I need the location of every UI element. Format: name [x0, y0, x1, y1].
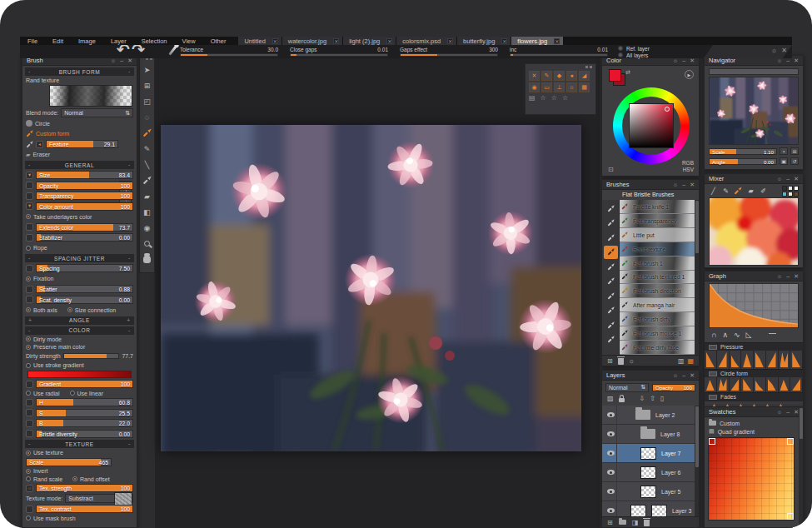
curve-preset[interactable] [779, 351, 791, 369]
close-tab-icon[interactable]: ✕ [501, 38, 507, 44]
gradient-tool[interactable]: ◧ [140, 204, 154, 220]
radio-icon[interactable] [26, 345, 31, 350]
extends-color-slider[interactable]: Extends color73.7 [36, 223, 133, 232]
lasso-select-tool[interactable]: ◌ [140, 109, 154, 125]
pencil-tool[interactable]: ✎ [140, 141, 154, 157]
zoom-100-button[interactable]: ▪ [780, 147, 788, 155]
gaps-effect-slider[interactable]: Gaps effect300 [400, 47, 498, 57]
fades-group-header[interactable]: Fades [705, 392, 803, 401]
move-tool[interactable]: ➤ [140, 62, 154, 77]
scrollbar[interactable] [695, 200, 699, 355]
tab-untitled[interactable]: Untitled✕ [238, 37, 281, 45]
minimize-icon[interactable]: – [682, 371, 685, 380]
radio-icon[interactable] [26, 336, 31, 341]
toggle-dot[interactable] [618, 52, 623, 57]
window-close-icon[interactable]: ✕ [781, 47, 787, 54]
gear-icon[interactable]: ☼ [629, 357, 635, 365]
mixer-eyedropper-tool[interactable]: ✐ [759, 187, 768, 195]
size-connection-option[interactable]: Size connection [75, 307, 116, 313]
mixer-swatch-grid[interactable] [782, 186, 799, 197]
mixer-pencil-tool[interactable]: ✎ [721, 187, 730, 195]
new-group-icon[interactable] [619, 520, 626, 525]
hammer-set-icon[interactable]: ⊥ [554, 82, 565, 92]
mixer-canvas[interactable] [709, 197, 799, 266]
notes-icon[interactable]: ▤ [529, 94, 536, 102]
pressure-link-icon[interactable] [26, 286, 33, 293]
mixer-brush-tool[interactable] [734, 187, 743, 195]
menu-view[interactable]: View [175, 37, 203, 45]
zoom-tool[interactable] [140, 236, 154, 252]
use-linear-option[interactable]: Use linear [77, 391, 104, 396]
blob-set-icon[interactable]: ● [566, 71, 577, 81]
gradient-corner-marker[interactable] [709, 438, 715, 445]
close-icon[interactable]: ✕ [794, 272, 799, 281]
visibility-eye-icon[interactable] [607, 431, 615, 436]
pressure-link-icon[interactable] [26, 381, 33, 388]
gear-icon[interactable]: ☼ [673, 371, 678, 380]
pressure-link-icon[interactable] [26, 506, 33, 513]
size-slider[interactable]: Size83.4 [36, 171, 133, 179]
radio-icon[interactable] [26, 276, 31, 281]
brush-list-item[interactable]: Flat brush 1 [620, 257, 695, 271]
use-stroke-gradient-option[interactable]: Use stroke gradient [26, 362, 133, 369]
brush-list-item[interactable]: Palette knife 1 [620, 200, 695, 214]
curve-preset[interactable] [754, 351, 766, 369]
quad-gradient-swatch-grid[interactable] [708, 437, 795, 521]
take-underlayers-option[interactable]: Take underlayers color [26, 212, 133, 222]
minimize-icon[interactable]: – [786, 175, 790, 183]
curve-preset[interactable] [779, 377, 791, 392]
color-amount-slider[interactable]: Color amount100 [36, 202, 133, 211]
brush-type-icon[interactable] [604, 217, 618, 231]
bristle-diversity-slider[interactable]: Bristle diversity0.00 [36, 430, 133, 438]
navigator-thumbnail[interactable] [709, 77, 799, 145]
close-icon[interactable]: ✕ [690, 371, 695, 380]
close-tab-icon[interactable]: ✕ [554, 38, 560, 44]
fit-screen-button[interactable]: ⊞ [790, 147, 799, 155]
lock-layer-icon[interactable] [619, 398, 625, 402]
texture-strength-slider[interactable]: Tex. strength100 [36, 484, 133, 492]
navigator-scale-slider[interactable]: Scale1.10 [709, 148, 777, 155]
saturation-value-square[interactable] [629, 103, 674, 148]
feature-slider[interactable]: Feature29.1 [46, 140, 118, 148]
radio-icon[interactable] [26, 476, 31, 481]
magic-wand-icon[interactable] [168, 45, 177, 55]
swatch-set-custom[interactable]: Custom [706, 419, 801, 427]
reference-icon[interactable]: ▯ [660, 395, 664, 402]
gradient-slider[interactable]: Gradient100 [36, 380, 133, 388]
curve-preset[interactable] [754, 377, 766, 392]
pressure-link-icon[interactable]: ▼ [26, 202, 33, 210]
brush-category-name[interactable]: Flat Bristle Brushes [602, 190, 699, 199]
texture-scale-slider[interactable]: Scale465 [26, 458, 112, 466]
rand-offset-option[interactable]: Rand offset [80, 476, 110, 482]
use-radial-option[interactable]: Use radial [33, 391, 60, 396]
tools-set-icon[interactable]: ✕ [529, 71, 540, 81]
mixer-line-tool[interactable]: ╱ [709, 187, 718, 195]
clip-up-icon[interactable]: ⇧ [650, 395, 655, 402]
gear-icon[interactable]: ☼ [673, 181, 678, 189]
delete-layer-icon[interactable] [644, 520, 650, 526]
rgb-mode-label[interactable]: RGB [682, 160, 694, 167]
scatter-density-slider[interactable]: Scat. density0.00 [36, 296, 133, 304]
menu-edit[interactable]: Edit [45, 37, 71, 45]
section-spacing-jitter[interactable]: -SPACING JITTER- [25, 254, 134, 262]
layer-opacity-slider[interactable]: Opacity100 [652, 384, 695, 391]
gear-icon[interactable]: ☼ [777, 175, 782, 183]
play-icon[interactable]: ▶ [685, 70, 694, 79]
minimize-icon[interactable]: – [786, 408, 790, 416]
transform-tool[interactable]: ⊞ [140, 77, 154, 93]
close-tab-icon[interactable]: ✕ [447, 38, 453, 44]
visibility-eye-icon[interactable] [607, 508, 615, 513]
hue-jitter-slider[interactable]: H60.8 [36, 398, 133, 406]
menu-layer[interactable]: Layer [103, 37, 134, 45]
section-brush-form[interactable]: -BRUSH FORM- [25, 67, 134, 76]
hand-tool[interactable] [140, 252, 154, 267]
brush-type-icon[interactable] [604, 260, 618, 274]
section-angle[interactable]: +ANGLE+ [25, 316, 134, 325]
close-tab-icon[interactable]: ✕ [272, 38, 278, 44]
navigator-angle-slider[interactable]: Angle0.00 [709, 158, 777, 165]
brush-list-item[interactable]: Little put [620, 228, 695, 242]
line-tool[interactable]: ╲ [140, 157, 154, 172]
menu-other[interactable]: Other [203, 37, 234, 45]
pressure-link-icon[interactable]: ▼ [26, 172, 33, 179]
visibility-eye-icon[interactable] [607, 489, 615, 494]
